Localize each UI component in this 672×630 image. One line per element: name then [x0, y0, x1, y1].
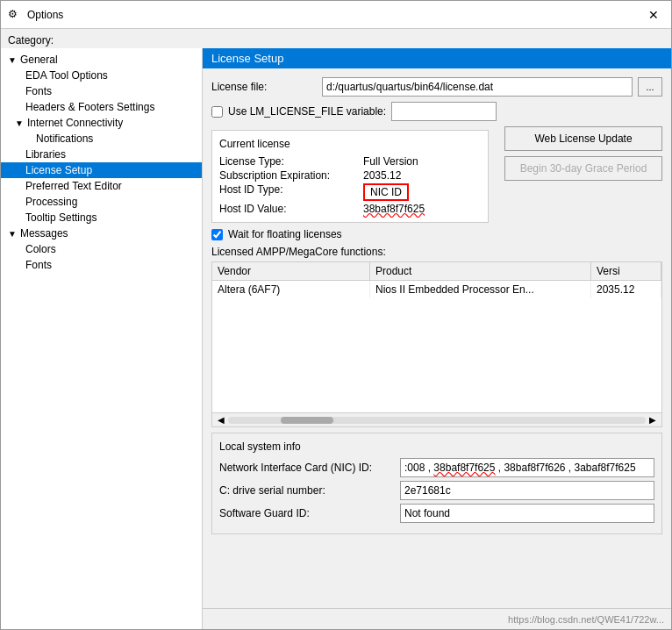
sidebar-item-tooltip-settings[interactable]: Tooltip Settings	[1, 210, 202, 226]
software-guard-label: Software Guard ID:	[219, 507, 395, 519]
nic-value-text: :008 , 38baf8f7f625 , 38baf8f7f626 , 3ab…	[404, 462, 636, 474]
sidebar-item-general[interactable]: ▼ General	[1, 52, 202, 68]
license-info-flex: Current license License Type: Full Versi…	[211, 126, 662, 240]
section-title: License Setup	[203, 48, 671, 68]
main-content: ▼ General EDA Tool Options Fonts Headers…	[1, 48, 671, 629]
host-id-value-value: 38baf8f7f625	[363, 203, 481, 215]
license-grid: License Type: Full Version Subscription …	[219, 155, 481, 215]
action-buttons: Web License Update Begin 30-day Grace Pe…	[504, 126, 662, 240]
sidebar-item-fonts2[interactable]: Fonts	[1, 257, 202, 273]
wait-floating-checkbox[interactable]	[211, 229, 223, 240]
sidebar-item-fonts[interactable]: Fonts	[1, 83, 202, 99]
license-file-label: License file:	[211, 81, 317, 93]
local-system-title: Local system info	[219, 440, 654, 453]
wait-floating-label: Wait for floating licenses	[228, 228, 342, 240]
c-drive-label: C: drive serial number:	[219, 484, 395, 497]
title-bar: ⚙ Options ✕	[1, 1, 671, 29]
c-drive-value: 2e71681c	[400, 481, 654, 500]
bottom-bar: https://blog.csdn.net/QWE41/722w...	[203, 608, 671, 629]
licensed-table: Vendor Product Versi Altera (6AF7) Nios …	[211, 261, 662, 427]
subscription-exp-label: Subscription Expiration:	[219, 169, 360, 182]
sidebar-item-preferred-text-editor[interactable]: Preferred Text Editor	[1, 178, 202, 194]
options-window: ⚙ Options ✕ Category: ▼ General EDA Tool…	[0, 0, 672, 630]
grace-period-button[interactable]: Begin 30-day Grace Period	[504, 156, 662, 181]
host-id-type-label: Host ID Type:	[219, 183, 360, 201]
host-id-value-label: Host ID Value:	[219, 203, 360, 215]
wait-floating-row: Wait for floating licenses	[211, 228, 489, 240]
use-lm-row: Use LM_LICENSE_FILE variable:	[211, 102, 662, 121]
nic-mac1: 38baf8f7f625	[433, 462, 495, 474]
license-file-input[interactable]	[322, 77, 633, 97]
scroll-left-icon[interactable]: ◀	[214, 413, 228, 427]
sidebar-item-label: General	[20, 54, 58, 66]
license-type-label: License Type:	[219, 155, 360, 168]
sidebar-item-libraries[interactable]: Libraries	[1, 147, 202, 162]
sidebar-item-headers-footers[interactable]: Headers & Footers Settings	[1, 99, 202, 115]
cell-vendor: Altera (6AF7)	[212, 281, 370, 298]
lm-value-input[interactable]	[391, 102, 497, 121]
sidebar-item-license-setup[interactable]: License Setup	[1, 162, 202, 178]
col-version: Versi	[591, 262, 661, 280]
use-lm-label: Use LM_LICENSE_FILE variable:	[228, 105, 386, 118]
software-guard-row: Software Guard ID: Not found	[219, 504, 654, 523]
table-row: Altera (6AF7) Nios II Embedded Processor…	[212, 281, 661, 298]
host-id-value-text: 38baf8f7f625	[363, 203, 425, 215]
scrollbar-thumb[interactable]	[281, 417, 333, 424]
table-body: Altera (6AF7) Nios II Embedded Processor…	[212, 281, 661, 412]
sidebar-item-processing[interactable]: Processing	[1, 194, 202, 210]
close-button[interactable]: ✕	[643, 4, 664, 25]
subscription-exp-value: 2035.12	[363, 169, 481, 182]
category-label: Category:	[1, 29, 671, 48]
col-vendor: Vendor	[212, 262, 370, 280]
sidebar-item-internet-connectivity[interactable]: ▼ Internet Connectivity	[1, 115, 202, 131]
web-license-update-button[interactable]: Web License Update	[504, 126, 662, 151]
cell-version: 2035.12	[591, 281, 661, 298]
sidebar-item-label: Messages	[20, 227, 68, 240]
arrow-icon: ▼	[8, 55, 17, 65]
bottom-url: https://blog.csdn.net/QWE41/722w...	[508, 614, 664, 625]
license-type-value: Full Version	[363, 155, 481, 168]
license-info-left: Current license License Type: Full Versi…	[211, 126, 489, 240]
licensed-table-section: Licensed AMPP/MegaCore functions: Vendor…	[211, 246, 662, 427]
sidebar: ▼ General EDA Tool Options Fonts Headers…	[1, 48, 203, 629]
sidebar-item-notifications[interactable]: Notifications	[1, 131, 202, 147]
arrow-icon: ▼	[8, 229, 17, 239]
nic-value: :008 , 38baf8f7f625 , 38baf8f7f626 , 3ab…	[400, 458, 654, 477]
sidebar-item-eda-tool-options[interactable]: EDA Tool Options	[1, 68, 202, 83]
window-title: Options	[27, 9, 643, 21]
app-icon: ⚙	[8, 8, 22, 22]
table-header: Vendor Product Versi	[212, 262, 661, 281]
host-id-type-highlight: NIC ID	[363, 183, 409, 201]
right-panel: License Setup License file: ... Use LM_L…	[203, 48, 671, 629]
browse-button[interactable]: ...	[638, 77, 662, 97]
scroll-right-icon[interactable]: ▶	[646, 413, 660, 427]
current-license-section: Current license License Type: Full Versi…	[211, 130, 489, 223]
cell-product: Nios II Embedded Processor En...	[370, 281, 591, 298]
sidebar-item-colors[interactable]: Colors	[1, 241, 202, 257]
sidebar-item-label: Internet Connectivity	[27, 117, 123, 129]
c-drive-row: C: drive serial number: 2e71681c	[219, 481, 654, 500]
sidebar-item-messages[interactable]: ▼ Messages	[1, 226, 202, 241]
horizontal-scrollbar[interactable]: ◀ ▶	[212, 412, 661, 426]
panel-body: License file: ... Use LM_LICENSE_FILE va…	[203, 68, 671, 608]
license-file-row: License file: ...	[211, 77, 662, 97]
licensed-table-title: Licensed AMPP/MegaCore functions:	[211, 246, 662, 258]
scrollbar-track[interactable]	[228, 417, 646, 424]
software-guard-value: Not found	[400, 504, 654, 523]
current-license-title: Current license	[219, 138, 481, 150]
nic-row: Network Interface Card (NIC) ID: :008 , …	[219, 458, 654, 477]
use-lm-checkbox[interactable]	[211, 106, 223, 118]
nic-label: Network Interface Card (NIC) ID:	[219, 462, 395, 474]
arrow-icon: ▼	[15, 118, 24, 128]
local-system-info: Local system info Network Interface Card…	[211, 433, 662, 534]
col-product: Product	[370, 262, 591, 280]
host-id-type-value: NIC ID	[363, 183, 481, 201]
